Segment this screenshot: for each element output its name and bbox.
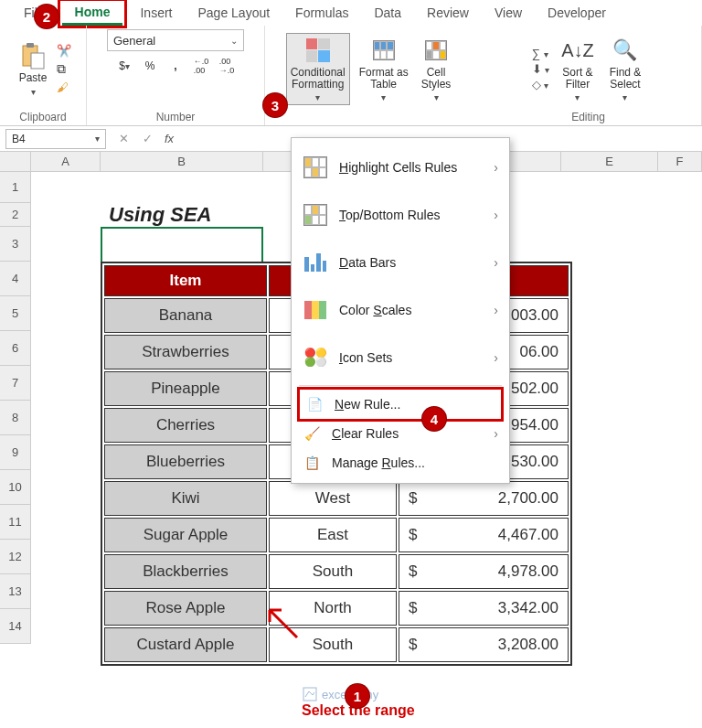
format-as-table-button[interactable]: Format as Table▾ [356, 34, 412, 104]
tab-view[interactable]: View [482, 2, 535, 24]
row-header[interactable]: 11 [0, 505, 31, 540]
tab-review[interactable]: Review [414, 2, 482, 24]
increase-decimal-button[interactable]: ←.0.00 [189, 55, 213, 77]
menu-label: Data Bars [339, 255, 483, 270]
find-select-icon: 🔍 [611, 36, 640, 65]
conditional-formatting-button[interactable]: Conditional Formatting▾ [286, 33, 350, 105]
conditional-formatting-icon [303, 36, 333, 65]
name-box[interactable]: B4 ▾ [5, 129, 106, 149]
format-painter-icon[interactable]: 🖌 [57, 80, 71, 94]
fill-button[interactable]: ⬇ ▾ [532, 62, 550, 76]
cut-icon[interactable]: ✂️ [57, 44, 71, 58]
new-rule-icon: 📄 [305, 395, 324, 413]
cell-region[interactable]: South [269, 554, 397, 589]
cell-item[interactable]: Strawberries [104, 335, 267, 369]
menu-new-rule[interactable]: 📄 New Rule... [305, 390, 495, 419]
ribbon: Paste ▾ ✂️ ⧉ 🖌 Clipboard General ⌄ $▾ % … [0, 26, 702, 126]
group-number: General ⌄ $▾ % , ←.0.00 .00→.0 Number [87, 26, 265, 125]
sort-filter-button[interactable]: A↓Z Sort & Filter▾ [558, 34, 596, 104]
fx-label[interactable]: fx [159, 132, 179, 145]
group-label-number: Number [156, 109, 196, 123]
cell-item[interactable]: Kiwi [104, 481, 267, 516]
cell-item[interactable]: Pineapple [104, 371, 267, 406]
select-all-corner[interactable] [0, 152, 31, 172]
cell-sales[interactable]: $2,700.00 [399, 481, 569, 516]
clear-button[interactable]: ◇ ▾ [532, 78, 550, 91]
cell-region[interactable]: East [269, 518, 397, 552]
menu-label: Icon Sets [339, 350, 483, 365]
row-header[interactable]: 4 [0, 262, 31, 296]
icon-sets-icon: 🔴🟡🟢⚪ [303, 345, 328, 370]
tab-home[interactable]: Home [62, 1, 123, 26]
chevron-down-icon: ▾ [95, 134, 100, 144]
row-header[interactable]: 9 [0, 435, 31, 470]
row-header[interactable]: 8 [0, 401, 31, 435]
number-format-select[interactable]: General ⌄ [107, 29, 244, 51]
row-header[interactable]: 5 [0, 296, 31, 331]
comma-button[interactable]: , [164, 55, 187, 77]
sort-filter-label: Sort & Filter [562, 67, 592, 91]
worksheet-title: Using SEA [109, 203, 211, 227]
callout-box-new-rule: 📄 New Rule... [297, 387, 504, 422]
sort-filter-icon: A↓Z [563, 36, 592, 65]
currency-button[interactable]: $▾ [112, 55, 136, 77]
percent-button[interactable]: % [138, 55, 162, 77]
cell-region[interactable]: West [269, 481, 397, 516]
decrease-decimal-button[interactable]: .00→.0 [215, 55, 239, 77]
paste-button[interactable]: Paste ▾ [15, 39, 51, 98]
manage-rules-icon: 📋 [303, 454, 321, 472]
row-header[interactable]: 7 [0, 366, 31, 401]
tab-page-layout[interactable]: Page Layout [185, 2, 282, 24]
cancel-formula-button[interactable]: ✕ [112, 132, 135, 145]
submenu-arrow-icon: › [494, 350, 498, 365]
cell-item[interactable]: Banana [104, 298, 267, 333]
tab-data[interactable]: Data [361, 2, 414, 24]
cell-styles-button[interactable]: Cell Styles▾ [418, 34, 455, 104]
cell-item[interactable]: Sugar Apple [104, 518, 267, 552]
col-header[interactable]: B [101, 152, 263, 172]
menu-label: Highlight Cells Rules [339, 160, 483, 175]
menu-clear-rules[interactable]: 🧹 Clear Rules › [292, 419, 509, 448]
menu-highlight-cells[interactable]: Highlight Cells Rules › [292, 144, 509, 191]
cell-item[interactable]: Rose Apple [104, 591, 267, 626]
menu-data-bars[interactable]: Data Bars › [292, 239, 509, 286]
row-header[interactable]: 12 [0, 540, 31, 574]
cell-sales[interactable]: $4,467.00 [399, 518, 569, 552]
menu-icon-sets[interactable]: 🔴🟡🟢⚪ Icon Sets › [292, 334, 509, 381]
cell-item[interactable]: Custard Apple [104, 627, 267, 662]
menu-top-bottom[interactable]: Top/Bottom Rules › [292, 191, 509, 239]
row-header[interactable]: 3 [0, 227, 31, 262]
row-header[interactable]: 10 [0, 470, 31, 505]
tab-insert[interactable]: Insert [127, 2, 185, 24]
col-header[interactable]: A [31, 152, 101, 172]
copy-icon[interactable]: ⧉ [57, 61, 71, 77]
row-header[interactable]: 1 [0, 172, 31, 203]
menu-label: New Rule... [335, 397, 484, 412]
menu-label: Clear Rules [332, 426, 483, 441]
cell-item[interactable]: Blueberries [104, 444, 267, 479]
chevron-down-icon: ⌄ [230, 36, 238, 46]
row-header[interactable]: 13 [0, 574, 31, 609]
accept-formula-button[interactable]: ✓ [135, 132, 159, 145]
menu-separator [299, 385, 502, 386]
color-scales-icon [303, 297, 328, 323]
submenu-arrow-icon: › [494, 208, 498, 222]
row-header[interactable]: 6 [0, 331, 31, 366]
cell-sales[interactable]: $3,208.00 [399, 627, 569, 662]
row-header[interactable]: 14 [0, 609, 31, 644]
menu-manage-rules[interactable]: 📋 Manage Rules... [292, 448, 509, 477]
cell-item[interactable]: Cherries [104, 408, 267, 443]
tab-formulas[interactable]: Formulas [282, 2, 361, 24]
tab-developer[interactable]: Developer [535, 2, 619, 24]
find-select-button[interactable]: 🔍 Find & Select▾ [606, 34, 645, 104]
col-header[interactable]: F [658, 152, 702, 172]
autosum-button[interactable]: ∑ ▾ [532, 47, 550, 60]
cell-sales[interactable]: $3,342.00 [399, 591, 569, 626]
row-header[interactable]: 2 [0, 203, 31, 227]
ribbon-tabs: File Home Insert Page Layout Formulas Da… [0, 0, 702, 26]
cell-sales[interactable]: $4,978.00 [399, 554, 569, 589]
col-header[interactable]: E [561, 152, 658, 172]
group-styles: Conditional Formatting▾ Format as Table▾… [265, 26, 475, 125]
menu-color-scales[interactable]: Color Scales › [292, 286, 509, 334]
cell-item[interactable]: Blackberries [104, 554, 267, 589]
